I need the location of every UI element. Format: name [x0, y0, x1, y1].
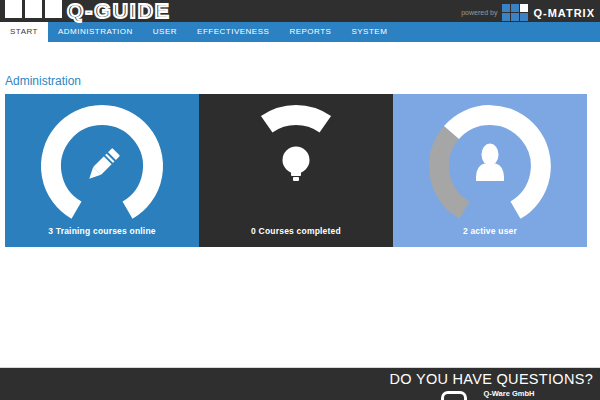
logo-square	[511, 4, 519, 12]
qguide-logo-icon	[5, 0, 62, 18]
powered-by-block: powered by Q-MATRIX	[461, 4, 595, 21]
footer-question: DO YOU HAVE QUESTIONS?	[0, 368, 600, 387]
lightbulb-icon	[283, 147, 310, 182]
footer-contact-row: Q-Ware GmbH Tel: +49 5172 9408052	[0, 389, 600, 400]
main-nav: START ADMINISTRATION USER EFFECTIVENESS …	[0, 22, 600, 42]
nav-item-start[interactable]: START	[0, 22, 48, 42]
dashboard-cards: 3 Training courses online 0 Courses comp…	[5, 94, 600, 247]
card-active-users[interactable]: 2 active user	[393, 94, 587, 247]
card-label: 3 Training courses online	[5, 226, 199, 236]
gauge-active-users	[393, 94, 587, 224]
contact-device-icon	[441, 391, 467, 400]
card-label: 0 Courses completed	[199, 226, 393, 236]
user-icon	[476, 144, 504, 182]
logo-square	[511, 13, 519, 21]
nav-item-administration[interactable]: ADMINISTRATION	[48, 22, 143, 42]
logo-square	[520, 4, 528, 12]
logo-square	[45, 0, 62, 18]
footer-contact-info: Q-Ware GmbH Tel: +49 5172 9408052	[483, 389, 560, 400]
logo-square	[5, 0, 22, 18]
contact-footer: DO YOU HAVE QUESTIONS? Q-Ware GmbH Tel: …	[0, 367, 600, 400]
qmatrix-logo-icon	[502, 4, 528, 21]
gauge-courses-completed	[199, 94, 393, 224]
card-courses-completed[interactable]: 0 Courses completed	[199, 94, 393, 247]
nav-item-user[interactable]: USER	[143, 22, 187, 42]
app-title: Q-GUIDE	[67, 0, 171, 21]
logo-square	[502, 13, 510, 21]
logo-square	[25, 0, 42, 18]
powered-by-label: powered by	[461, 9, 497, 16]
nav-item-system[interactable]: SYSTEM	[341, 22, 397, 42]
nav-item-effectiveness[interactable]: EFFECTIVENESS	[187, 22, 279, 42]
company-name: Q-Ware GmbH	[483, 389, 560, 398]
page-title: Administration	[5, 74, 600, 88]
nav-item-reports[interactable]: REPORTS	[279, 22, 341, 42]
card-label: 2 active user	[393, 226, 587, 236]
card-training-courses[interactable]: 3 Training courses online	[5, 94, 199, 247]
logo-square	[520, 13, 528, 21]
logo-square	[502, 4, 510, 12]
gauge-training-courses	[5, 94, 199, 224]
app-header: Q-GUIDE powered by Q-MATRIX	[0, 0, 600, 22]
pencil-icon	[85, 148, 120, 183]
qmatrix-brand-label: Q-MATRIX	[533, 7, 595, 19]
